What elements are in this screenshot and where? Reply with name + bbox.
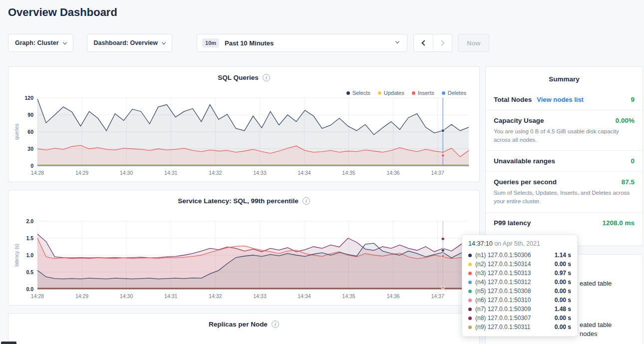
chevron-down-icon (395, 39, 399, 43)
series-color-dot (468, 308, 472, 311)
total-nodes-label: Total Nodes (494, 96, 532, 103)
series-color-dot (468, 281, 472, 284)
info-icon[interactable]: i (263, 74, 270, 81)
unavailable-ranges-value: 0 (631, 157, 635, 165)
svg-text:14:35: 14:35 (342, 293, 355, 299)
toolbar: Graph: Cluster Dashboard: Overview 10m P… (8, 34, 489, 52)
tooltip-node-value: 0.97 s (555, 270, 571, 277)
total-nodes-value: 9 (631, 96, 635, 103)
summary-row-total-nodes: Total Nodes View nodes list 9 (486, 89, 643, 110)
svg-text:14:28: 14:28 (31, 293, 44, 299)
chart-tooltip-rows: (n1) 127.0.0.1:503061.14 s(n2) 127.0.0.1… (468, 251, 571, 332)
chart-title-text: SQL Queries (218, 74, 259, 81)
series-color-dot (468, 326, 472, 329)
svg-text:14:36: 14:36 (386, 293, 399, 299)
tooltip-node-label: (n2) 127.0.0.1:50314 (475, 261, 531, 268)
chart-title-text: Replicas per Node (209, 321, 268, 328)
series-color-dot (468, 299, 472, 302)
time-range-badge: 10m (202, 38, 219, 47)
now-button[interactable]: Now (458, 34, 489, 52)
cropped-hover-label (1, 342, 16, 344)
tooltip-node-label: (n7) 127.0.0.1:50309 (475, 306, 531, 313)
time-range-dropdown[interactable]: 10m Past 10 Minutes (197, 34, 407, 52)
tooltip-node-label: (n3) 127.0.0.1:50313 (475, 270, 531, 277)
svg-text:30: 30 (27, 146, 33, 152)
replicas-per-node-panel: Replicas per Node i (8, 313, 480, 344)
graph-scope-dropdown[interactable]: Graph: Cluster (8, 34, 73, 52)
tooltip-node-label: (n6) 127.0.0.1:50310 (475, 297, 531, 304)
chart-hover-tooltip: 14:37:10 on Apr 5th, 2021 (n1) 127.0.0.1… (462, 235, 578, 337)
summary-panel: Summary Total Nodes View nodes list 9 Ca… (485, 66, 643, 246)
svg-text:14:28: 14:28 (31, 170, 44, 176)
series-color-dot (468, 263, 472, 266)
svg-text:14:34: 14:34 (298, 293, 311, 299)
tooltip-time: 14:37:10 (468, 240, 493, 247)
tooltip-row: (n6) 127.0.0.1:503100.00 s (468, 296, 571, 305)
svg-text:14:31: 14:31 (164, 293, 177, 299)
info-icon[interactable]: i (272, 321, 279, 328)
svg-text:14:31: 14:31 (164, 170, 177, 176)
tooltip-node-value: 0.00 s (555, 297, 571, 304)
tooltip-row: (n9) 127.0.0.1:503110.00 s (468, 323, 571, 332)
info-icon[interactable]: i (303, 197, 310, 205)
chevron-down-icon (62, 40, 66, 44)
tooltip-date-text: on Apr 5th, 2021 (494, 240, 540, 247)
page-title: Overview Dashboard (8, 6, 117, 19)
svg-text:60: 60 (27, 129, 33, 135)
svg-text:14:32: 14:32 (209, 170, 222, 176)
time-range-label: Past 10 Minutes (225, 39, 274, 47)
event-item-fragment: nodes (580, 330, 597, 338)
time-prev-button[interactable] (414, 34, 433, 51)
qps-value: 87.5 (622, 178, 635, 186)
view-nodes-list-link[interactable]: View nodes list (537, 96, 584, 103)
svg-text:14:37: 14:37 (431, 293, 444, 299)
tooltip-row: (n5) 127.0.0.1:503080.00 s (468, 287, 571, 296)
tooltip-node-value: 1.14 s (555, 252, 571, 259)
service-latency-chart[interactable]: 14:2814:2914:3014:3114:3214:3314:3414:35… (12, 217, 476, 302)
time-next-button[interactable] (433, 34, 452, 51)
tooltip-node-value: 0.00 s (555, 315, 571, 322)
capacity-value: 0.00% (616, 117, 635, 124)
chart-title-text: Service Latency: SQL, 99th percentile (178, 197, 299, 205)
tooltip-node-value: 0.00 s (555, 261, 571, 268)
dashboard-label: Dashboard: Overview (94, 39, 158, 46)
graph-scope-label: Graph: Cluster (15, 39, 59, 46)
qps-label: Queries per second (494, 178, 557, 186)
svg-text:queries: queries (14, 124, 19, 140)
tooltip-node-value: 0.00 s (555, 279, 571, 286)
tooltip-node-label: (n9) 127.0.0.1:50311 (475, 324, 531, 331)
dashboard-dropdown[interactable]: Dashboard: Overview (87, 34, 173, 52)
event-item-fragment: eated table (580, 321, 612, 329)
summary-row-qps: Queries per second 87.5 Sum of Selects, … (486, 172, 643, 212)
time-pager (413, 34, 452, 52)
svg-text:2.0: 2.0 (26, 218, 33, 224)
tooltip-row: (n7) 127.0.0.1:503091.48 s (468, 305, 571, 314)
qps-description: Sum of Selects, Updates, Inserts, and De… (494, 189, 632, 205)
svg-text:14:34: 14:34 (298, 170, 311, 176)
tooltip-node-label: (n5) 127.0.0.1:50308 (475, 288, 531, 295)
svg-text:0.5: 0.5 (26, 269, 33, 275)
tooltip-row: (n1) 127.0.0.1:503061.14 s (468, 251, 571, 260)
capacity-label: Capacity Usage (494, 117, 544, 124)
p99-latency-value: 1208.0 ms (602, 219, 635, 227)
svg-text:1.5: 1.5 (26, 235, 33, 241)
chart-title: Service Latency: SQL, 99th percentile i (8, 190, 479, 205)
chart-title: Replicas per Node i (8, 314, 479, 328)
chevron-down-icon (162, 40, 166, 44)
tooltip-node-label: (n4) 127.0.0.1:50312 (475, 279, 531, 286)
tooltip-row: (n2) 127.0.0.1:503140.00 s (468, 260, 571, 269)
svg-text:14:30: 14:30 (120, 170, 133, 176)
tooltip-timestamp: 14:37:10 on Apr 5th, 2021 (468, 240, 571, 247)
svg-text:latency (s): latency (s) (14, 244, 19, 267)
summary-row-capacity: Capacity Usage 0.00% You are using 0 B o… (486, 110, 643, 151)
svg-text:1.0: 1.0 (26, 252, 33, 258)
sql-queries-chart[interactable]: 14:2814:2914:3014:3114:3214:3314:3414:35… (12, 94, 476, 179)
summary-row-unavailable-ranges: Unavailable ranges 0 (486, 151, 643, 172)
series-color-dot (468, 290, 472, 293)
svg-text:14:32: 14:32 (209, 293, 222, 299)
svg-text:14:36: 14:36 (386, 170, 399, 176)
svg-text:0.0: 0.0 (26, 286, 33, 292)
svg-text:14:33: 14:33 (253, 170, 266, 176)
svg-text:90: 90 (27, 112, 33, 118)
svg-text:14:37: 14:37 (431, 170, 444, 176)
